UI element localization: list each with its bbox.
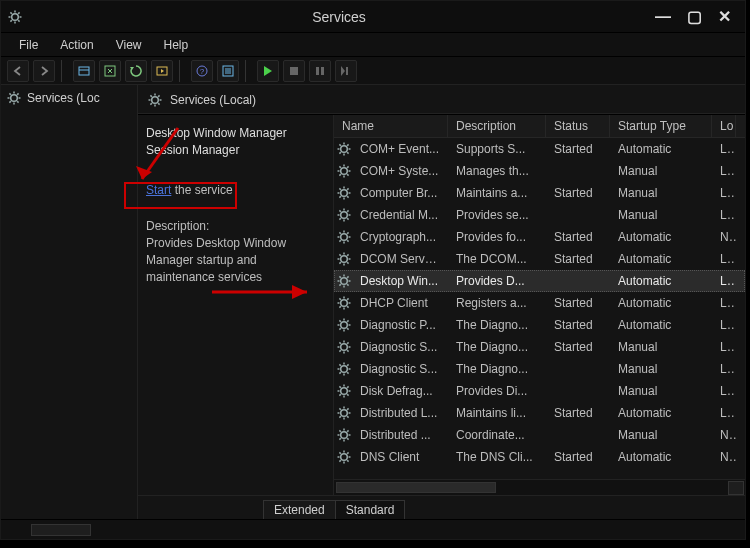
table-row[interactable]: Diagnostic P...The Diagno...StartedAutom… (334, 314, 745, 336)
cell-status: Started (546, 252, 610, 266)
window-title: Services (23, 9, 655, 25)
titlebar[interactable]: Services — ▢ ✕ (1, 1, 745, 33)
service-icon (336, 296, 352, 310)
cell-name: DNS Client (352, 450, 448, 464)
cell-description: Coordinate... (448, 428, 546, 442)
menu-view[interactable]: View (108, 36, 150, 54)
start-service-suffix: the service (171, 183, 232, 197)
cell-status: Started (546, 230, 610, 244)
cell-startup: Manual (610, 384, 712, 398)
cell-startup: Manual (610, 164, 712, 178)
table-row[interactable]: Cryptograph...Provides fo...StartedAutom… (334, 226, 745, 248)
service-icon (336, 340, 352, 354)
menubar: File Action View Help (1, 33, 745, 57)
back-button[interactable] (7, 60, 29, 82)
cell-startup: Automatic (610, 230, 712, 244)
svg-rect-24 (346, 67, 348, 75)
tab-extended[interactable]: Extended (263, 500, 336, 519)
table-row[interactable]: DNS ClientThe DNS Cli...StartedAutomatic… (334, 446, 745, 468)
toolbar-icon-2[interactable] (99, 60, 121, 82)
cell-name: Distributed L... (352, 406, 448, 420)
table-row[interactable]: Credential M...Provides se...ManualLo (334, 204, 745, 226)
table-row[interactable]: Disk Defrag...Provides Di...ManualLo (334, 380, 745, 402)
horizontal-scrollbar[interactable] (334, 479, 745, 495)
table-row[interactable]: Diagnostic S...The Diagno...StartedManua… (334, 336, 745, 358)
cell-description: Provides se... (448, 208, 546, 222)
service-icon (336, 274, 352, 288)
start-service-link[interactable]: Start (146, 183, 171, 197)
tree-pane[interactable]: Services (Loc (1, 85, 138, 519)
table-row[interactable]: Distributed L...Maintains li...StartedAu… (334, 402, 745, 424)
menu-action[interactable]: Action (52, 36, 101, 54)
stop-service-button[interactable] (283, 60, 305, 82)
forward-button[interactable] (33, 60, 55, 82)
pause-service-button[interactable] (309, 60, 331, 82)
cell-description: Manages th... (448, 164, 546, 178)
service-icon (336, 164, 352, 178)
cell-startup: Automatic (610, 406, 712, 420)
properties-button[interactable] (217, 60, 239, 82)
service-icon (336, 208, 352, 222)
export-button[interactable] (151, 60, 173, 82)
menu-file[interactable]: File (11, 36, 46, 54)
cell-description: Supports S... (448, 142, 546, 156)
svg-text:?: ? (200, 67, 205, 76)
table-row[interactable]: Computer Br...Maintains a...StartedManua… (334, 182, 745, 204)
cell-startup: Automatic (610, 318, 712, 332)
cell-name: DHCP Client (352, 296, 448, 310)
cell-startup: Automatic (610, 296, 712, 310)
table-row[interactable]: Diagnostic S...The Diagno...ManualLo (334, 358, 745, 380)
scroll-right-button[interactable] (728, 481, 744, 495)
table-row[interactable]: DCOM Serve...The DCOM...StartedAutomatic… (334, 248, 745, 270)
table-row[interactable]: DHCP ClientRegisters a...StartedAutomati… (334, 292, 745, 314)
table-header[interactable]: Name Description Status Startup Type Lo (334, 115, 745, 138)
tab-standard[interactable]: Standard (335, 500, 406, 519)
detail-pane: Desktop Window Manager Session Manager S… (138, 115, 334, 495)
table-row[interactable]: COM+ Event...Supports S...StartedAutomat… (334, 138, 745, 160)
col-header-name[interactable]: Name (334, 115, 448, 137)
cell-name: Credential M... (352, 208, 448, 222)
cell-startup: Manual (610, 186, 712, 200)
scrollbar-thumb[interactable] (336, 482, 496, 493)
service-icon (336, 450, 352, 464)
table-row[interactable]: Distributed ...Coordinate...ManualNe (334, 424, 745, 446)
cell-status: Started (546, 318, 610, 332)
table-row[interactable]: Desktop Win...Provides D...AutomaticLo (334, 270, 745, 292)
services-list[interactable]: Name Description Status Startup Type Lo … (334, 115, 745, 495)
cell-name: Desktop Win... (352, 274, 448, 288)
tree-item-services-local[interactable]: Services (Loc (7, 91, 131, 105)
cell-logon: Lo (712, 208, 736, 222)
cell-logon: Lo (712, 296, 736, 310)
col-header-status[interactable]: Status (546, 115, 610, 137)
close-button[interactable]: ✕ (718, 9, 731, 25)
col-header-logon[interactable]: Lo (712, 115, 736, 137)
svg-rect-9 (79, 67, 89, 75)
cell-logon: Ne (712, 230, 736, 244)
cell-description: The Diagno... (448, 318, 546, 332)
refresh-button[interactable] (125, 60, 147, 82)
toolbar-icon-1[interactable] (73, 60, 95, 82)
col-header-description[interactable]: Description (448, 115, 546, 137)
service-icon (336, 142, 352, 156)
restart-service-button[interactable] (335, 60, 357, 82)
maximize-button[interactable]: ▢ (687, 9, 702, 25)
help-button[interactable]: ? (191, 60, 213, 82)
cell-logon: Lo (712, 406, 736, 420)
cell-status: Started (546, 142, 610, 156)
cell-description: The DNS Cli... (448, 450, 546, 464)
table-row[interactable]: COM+ Syste...Manages th...ManualLo (334, 160, 745, 182)
cell-startup: Automatic (610, 274, 712, 288)
right-pane-title: Services (Local) (170, 93, 256, 107)
cell-name: Disk Defrag... (352, 384, 448, 398)
cell-logon: Lo (712, 164, 736, 178)
col-header-startup[interactable]: Startup Type (610, 115, 712, 137)
menu-help[interactable]: Help (156, 36, 197, 54)
cell-startup: Manual (610, 340, 712, 354)
start-service-button[interactable] (257, 60, 279, 82)
cell-startup: Manual (610, 428, 712, 442)
minimize-button[interactable]: — (655, 9, 671, 25)
service-icon (336, 384, 352, 398)
cell-description: Registers a... (448, 296, 546, 310)
cell-name: Computer Br... (352, 186, 448, 200)
cell-name: COM+ Syste... (352, 164, 448, 178)
